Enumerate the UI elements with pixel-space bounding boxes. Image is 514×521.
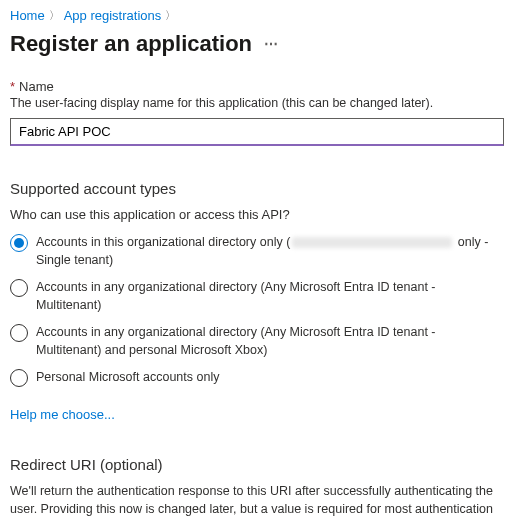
breadcrumb-appreg-link[interactable]: App registrations	[64, 8, 162, 23]
help-me-choose-link[interactable]: Help me choose...	[10, 407, 115, 422]
redirect-uri-heading: Redirect URI (optional)	[10, 456, 504, 473]
name-label: *Name	[10, 79, 504, 94]
radio-label: Personal Microsoft accounts only	[36, 369, 219, 387]
chevron-right-icon: 〉	[165, 8, 176, 23]
account-types-heading: Supported account types	[10, 180, 504, 197]
account-type-option-multitenant[interactable]: Accounts in any organizational directory…	[10, 279, 504, 314]
breadcrumb: Home 〉 App registrations 〉	[10, 8, 504, 23]
radio-icon	[10, 369, 28, 387]
account-types-question: Who can use this application or access t…	[10, 207, 504, 222]
redacted-tenant-name	[292, 237, 452, 248]
chevron-right-icon: 〉	[49, 8, 60, 23]
required-asterisk-icon: *	[10, 79, 15, 94]
account-type-option-personal-only[interactable]: Personal Microsoft accounts only	[10, 369, 504, 387]
radio-label: Accounts in any organizational directory…	[36, 279, 504, 314]
radio-icon	[10, 324, 28, 342]
account-type-option-single-tenant[interactable]: Accounts in this organizational director…	[10, 234, 504, 269]
radio-label: Accounts in this organizational director…	[36, 234, 504, 269]
breadcrumb-home-link[interactable]: Home	[10, 8, 45, 23]
radio-label: Accounts in any organizational directory…	[36, 324, 504, 359]
account-type-option-multitenant-personal[interactable]: Accounts in any organizational directory…	[10, 324, 504, 359]
name-helper-text: The user-facing display name for this ap…	[10, 96, 504, 110]
page-title-text: Register an application	[10, 31, 252, 57]
app-name-input[interactable]	[10, 118, 504, 146]
page-title: Register an application ⋯	[10, 31, 504, 57]
radio-icon	[10, 279, 28, 297]
redirect-uri-description: We'll return the authentication response…	[10, 483, 504, 521]
more-actions-button[interactable]: ⋯	[264, 36, 280, 52]
radio-icon	[10, 234, 28, 252]
